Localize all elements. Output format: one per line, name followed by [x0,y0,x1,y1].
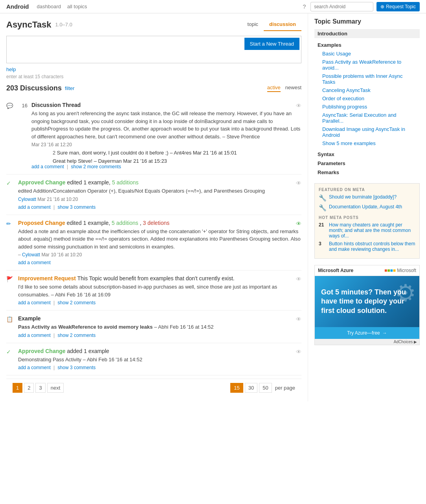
request-topic-button[interactable]: ⊕ Request Topic [376,2,420,11]
search-input[interactable] [310,2,373,11]
hot-link-2[interactable]: Button hints obstruct controls below the… [329,241,415,252]
item-body-3: Proposed Change edited 1 example, 5 addi… [18,220,301,266]
page-3-button[interactable]: 3 [35,383,45,393]
comment-text-2: Great help Steve! [53,158,92,164]
nested-comment-1: 2 Sure man, dont worry, I just couldnt d… [53,150,301,156]
eye-icon-4[interactable]: 👁 [296,276,301,282]
tab-discussion[interactable]: discussion [264,18,301,31]
ad-cta[interactable]: Try Azure—free → [315,327,419,339]
toc-inner-async[interactable]: Possible problems with Inner Async Tasks [314,72,420,86]
tab-topic[interactable]: topic [242,18,264,31]
show-comments-link-2[interactable]: show 3 comments [58,204,96,210]
add-comment-link-4[interactable]: add a comment [18,300,51,305]
new-thread-area: Start a New Thread [6,36,301,63]
show-comments-link-5[interactable]: show 2 comments [58,333,96,338]
help-icon[interactable]: ? [303,4,306,10]
eye-icon-6[interactable]: 👁 [296,349,301,355]
comment-count: 2 [53,150,55,156]
per-page-30[interactable]: 30 [245,383,257,393]
ad-box: Microsoft Azure ■■■■ Microsoft ⚙ Got 5 m… [314,265,420,345]
toc-show-more[interactable]: Show 5 more examples [314,139,420,147]
hot-link-1[interactable]: How many cheaters are caught per month; … [329,222,415,239]
toc-download-image[interactable]: Download Image using AsyncTask in Androi… [314,125,420,139]
toc-order[interactable]: Order of execution [314,94,420,103]
eye-icon[interactable]: 👁 [296,103,301,109]
page-2-button[interactable]: 2 [24,383,34,393]
toc-canceling[interactable]: Canceling AsyncTask [314,86,420,94]
hot-meta-label: HOT META POSTS [319,215,415,220]
add-comment-link[interactable]: add a comment [31,164,64,169]
approved-change-link-2[interactable]: Approved Change [18,348,66,354]
help-link[interactable]: help [6,66,301,72]
item-body: Discussion Thread As long as you aren't … [31,102,301,169]
deletions-badge: 3 deletions [143,220,169,226]
comment-author[interactable]: Ant4res [174,150,191,156]
item-actions-2: add a comment | show 3 comments [18,204,301,210]
toc-basic-usage[interactable]: Basic Usage [314,50,420,58]
featured-item-2: 🔧 Documentation Update, August 4th [319,204,415,212]
item-text-5: Pass Activity as WeakReference to avoid … [18,323,301,331]
all-topics-link[interactable]: all topics [67,4,87,9]
new-thread-textarea[interactable] [8,38,243,61]
show-more-comments-link[interactable]: show 2 more comments [71,164,121,169]
per-page-label: per page [275,385,295,391]
item-header-3: ✏ Proposed Change edited 1 example, 5 ad… [6,220,301,266]
add-comment-link-5[interactable]: add a comment [18,333,51,338]
author-link[interactable]: Steve Prentice [227,134,260,140]
add-comment-link-3[interactable]: add a comment [18,260,51,265]
filter-link[interactable]: filter [65,85,75,91]
toc-serial-parallel[interactable]: AsyncTask: Serial Execution and Parallel… [314,111,420,125]
per-page-area: 15 30 50 per page [230,383,295,393]
author-link-6[interactable]: Abhi [87,357,97,362]
sep-6: | [53,365,55,370]
item-meta-2: Cylowatt Mar 21 '16 at 10:20 [18,197,301,202]
per-page-50[interactable]: 50 [259,383,272,393]
item-text-3: Added a note and an example about the in… [18,228,301,251]
item-title-text: Discussion Thread [31,102,81,108]
request-topic-label: Request Topic [386,4,416,9]
eye-icon-5[interactable]: 👁 [296,316,301,322]
toc-remarks-label: Remarks [314,168,420,177]
show-comments-link-4[interactable]: show 2 comments [58,300,96,305]
author-link-5[interactable]: Abhi [158,324,168,330]
eye-icon-2[interactable]: 👁 [296,180,301,186]
improvement-link[interactable]: Improvement Request [18,275,76,281]
additions-badge: 5 additions [112,179,139,186]
show-comments-link-6[interactable]: show 3 comments [58,365,96,370]
item-title-6: Approved Change added 1 example [18,348,301,354]
author-link-2[interactable]: Cylowatt [18,197,36,202]
discussion-item-4: 🚩 Improvement Request This Topic would b… [6,270,301,311]
comment-author-2[interactable]: Dayerman [98,158,122,164]
add-comment-link-2[interactable]: add a comment [18,204,51,210]
hot-num-1: 21 [319,222,327,239]
featured-link-2[interactable]: Documentation Update, August 4th [329,204,402,210]
discussions-header: 203 Discussions filter active newest [6,84,301,92]
toc-pass-activity[interactable]: Pass Activity as WeakReference to avoid.… [314,58,420,72]
dashboard-link[interactable]: dashboard [37,4,61,9]
sort-newest[interactable]: newest [285,85,301,92]
featured-link-1[interactable]: Should we burninate [godaddy]? [329,194,397,200]
toc-publishing[interactable]: Publishing progress [314,103,420,111]
eye-icon-3[interactable]: 👁 [296,221,301,227]
sort-active[interactable]: active [267,85,281,92]
next-page-button[interactable]: next [47,383,64,393]
start-new-thread-button[interactable]: Start a New Thread [244,38,299,50]
ad-brand: Microsoft Azure [318,268,353,273]
top-nav: Android dashboard all topics ? ⊕ Request… [0,0,426,13]
discussion-count: 203 Discussions [6,84,62,92]
page-1-button[interactable]: 1 [13,383,22,393]
add-comment-link-6[interactable]: add a comment [18,365,51,370]
item-actions-6: add a comment | show 3 comments [18,365,301,370]
approved-change-link[interactable]: Approved Change [18,179,66,186]
approved-icon: ✓ [6,180,14,186]
per-page-15[interactable]: 15 [230,383,243,393]
author-link-4[interactable]: Abhi [55,292,65,298]
item-count: 16 [18,103,28,109]
item-actions: add a comment | show 2 more comments [31,164,301,169]
ad-image-text: Got 5 minutes? Then you have time to dep… [321,288,413,315]
proposed-change-link[interactable]: Proposed Change [18,220,65,226]
author-link-3[interactable]: Cylowatt [22,252,40,258]
comment-date: Mar 21 '16 at 15:01 [193,150,237,156]
item-actions-4: add a comment | show 2 comments [18,300,301,305]
item-title-3: Proposed Change edited 1 example, 5 addi… [18,220,301,226]
